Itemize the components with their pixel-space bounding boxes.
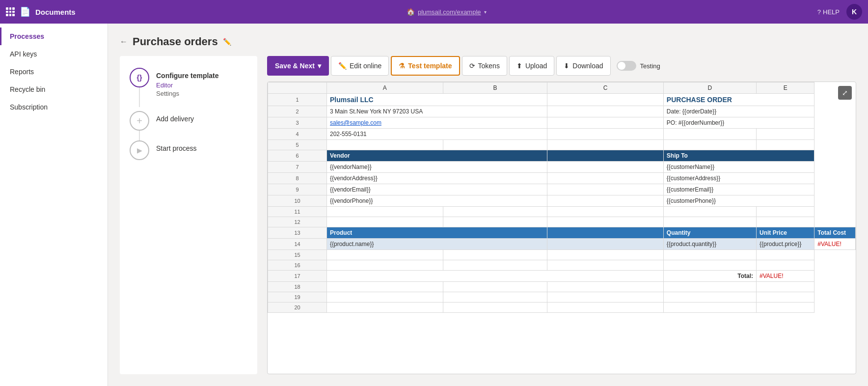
cell-a15 [327, 250, 443, 260]
domain-text[interactable]: plumsail.com/example [418, 8, 481, 16]
sidebar-item-processes[interactable]: Processes [0, 28, 108, 45]
cell-a9[interactable]: {{vendorEmail}} [327, 184, 547, 195]
cell-a3[interactable]: sales@sample.com [327, 117, 547, 129]
configure-step-editor[interactable]: Editor [156, 82, 247, 89]
cell-c7[interactable]: {{customerName}} [663, 162, 814, 173]
toolbar: Save & Next ▾ ✏️ Edit online ⚗ Test temp… [267, 56, 856, 82]
home-icon[interactable]: 🏠 [407, 8, 415, 16]
cell-d13: Unit Price [757, 227, 814, 239]
cell-c8[interactable]: {{customerAddress}} [663, 173, 814, 184]
cell-c2[interactable]: Date: {{orderDate}} [663, 106, 814, 117]
table-row: 5 [268, 140, 856, 150]
cell-a8[interactable]: {{vendorAddress}} [327, 173, 547, 184]
cell-c10[interactable]: {{customerPhone}} [663, 195, 814, 207]
sidebar-item-api-keys[interactable]: API keys [0, 45, 108, 63]
cell-c3[interactable]: PO: #{{orderNumber}} [663, 117, 814, 129]
sidebar-item-subscription[interactable]: Subscription [0, 98, 108, 116]
cell-c1[interactable]: PURCHASE ORDER [663, 94, 814, 106]
cell-a12 [327, 217, 443, 227]
cell-b4 [547, 129, 664, 140]
avatar[interactable]: K [846, 4, 862, 20]
help-link[interactable]: ? HELP [817, 8, 840, 16]
app-grid-icon[interactable] [6, 7, 15, 16]
cell-e20 [757, 303, 814, 313]
cell-d5 [663, 140, 756, 150]
step-gap-1 [130, 97, 247, 111]
row-num: 14 [268, 239, 327, 250]
save-next-button[interactable]: Save & Next ▾ [267, 56, 329, 76]
cell-d15 [663, 250, 756, 260]
cell-b19 [443, 292, 547, 303]
cell-c14[interactable]: {{product.quantity}} [663, 239, 756, 250]
cell-b7 [547, 162, 664, 173]
row-num: 18 [268, 282, 327, 292]
cell-a2[interactable]: 3 Main St.New York NY 97203 USA [327, 106, 547, 117]
start-process-icon[interactable]: ▶ [130, 140, 149, 160]
cell-b2 [547, 106, 664, 117]
step-gap-2 [130, 131, 247, 140]
cell-e15 [757, 250, 814, 260]
cell-e18 [757, 282, 814, 292]
table-row: 14 {{product.name}} {{product.quantity}}… [268, 239, 856, 250]
tokens-button[interactable]: ⟳ Tokens [462, 56, 507, 76]
test-template-button[interactable]: ⚗ Test template [391, 56, 460, 76]
cell-d14[interactable]: {{product.price}} [757, 239, 814, 250]
edit-online-button[interactable]: ✏️ Edit online [331, 56, 389, 76]
row-num: 11 [268, 207, 327, 217]
cell-a4[interactable]: 202-555-0131 [327, 129, 547, 140]
cell-b18 [443, 282, 547, 292]
cell-a11 [327, 207, 443, 217]
edit-title-icon[interactable]: ✏️ [223, 38, 231, 46]
col-header-b: B [443, 83, 547, 94]
help-icon: ? [817, 8, 821, 16]
table-row: 6 Vendor Ship To [268, 150, 856, 162]
cell-a17 [327, 271, 664, 282]
download-button[interactable]: ⬇ Download [556, 56, 610, 76]
back-button[interactable]: ← [120, 37, 128, 46]
cell-b11 [443, 207, 547, 217]
cell-a7[interactable]: {{vendorName}} [327, 162, 547, 173]
cell-b12 [443, 217, 547, 227]
sidebar-item-recycle-bin[interactable]: Recycle bin [0, 81, 108, 98]
row-num: 4 [268, 129, 327, 140]
configure-step-content: Configure template Editor Settings [156, 68, 247, 97]
table-row: 13 Product Quantity Unit Price Total Cos… [268, 227, 856, 239]
table-row: 16 [268, 260, 856, 271]
cell-a14[interactable]: {{product.name}} [327, 239, 547, 250]
cell-c12 [547, 217, 664, 227]
cell-d16 [663, 260, 756, 271]
chevron-down-icon[interactable]: ▾ [484, 9, 487, 15]
cell-e17: #VALUE! [757, 271, 814, 282]
expand-icon[interactable]: ⤢ [838, 86, 852, 100]
cell-d19 [663, 292, 756, 303]
testing-toggle[interactable] [617, 61, 636, 71]
sidebar-label-recycle-bin: Recycle bin [10, 85, 45, 93]
sidebar-label-reports: Reports [10, 68, 34, 76]
cell-d4 [757, 129, 814, 140]
cell-a13: Product [327, 227, 547, 239]
add-delivery-content: Add delivery [156, 111, 247, 123]
add-delivery-title[interactable]: Add delivery [156, 115, 247, 123]
start-process-title[interactable]: Start process [156, 144, 247, 152]
page-title: Purchase orders [133, 35, 218, 48]
cell-a1[interactable]: Plumsail LLC [327, 94, 547, 106]
cell-b6 [547, 150, 664, 162]
cell-a20 [327, 303, 443, 313]
add-delivery-icon[interactable]: + [130, 111, 149, 131]
col-header-d: D [663, 83, 756, 94]
table-row: 15 [268, 250, 856, 260]
flask-icon: ⚗ [399, 62, 405, 70]
table-row: 11 [268, 207, 856, 217]
cell-a5 [327, 140, 443, 150]
upload-button[interactable]: ⬆ Upload [509, 56, 554, 76]
braces-icon: {} [137, 74, 142, 82]
row-num: 5 [268, 140, 327, 150]
table-row: 20 [268, 303, 856, 313]
cell-c9[interactable]: {{customerEmail}} [663, 184, 814, 195]
cell-b5 [443, 140, 547, 150]
cell-a10[interactable]: {{vendorPhone}} [327, 195, 547, 207]
steps-panel: {} Configure template Editor Settings + [120, 56, 257, 374]
configure-step-settings[interactable]: Settings [156, 90, 247, 97]
configure-step-title[interactable]: Configure template [156, 72, 247, 80]
sidebar-item-reports[interactable]: Reports [0, 63, 108, 81]
